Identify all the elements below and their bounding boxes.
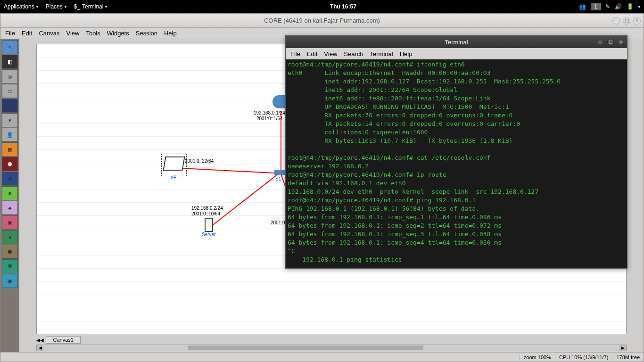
link-tool[interactable]: ▭ xyxy=(2,84,18,98)
terminal-icon: $_ xyxy=(74,3,80,10)
annotation-tool[interactable]: ▾ xyxy=(2,113,18,127)
pc-tool[interactable]: ◧ xyxy=(2,55,18,69)
laptop-icon xyxy=(163,156,185,171)
status-bar: zoom 100% CPU 10% (13/9/11/7) 178M free xyxy=(0,352,644,362)
n4-addr: 2001:0::22/64 xyxy=(185,158,214,164)
run-tool[interactable]: ▦ xyxy=(2,142,18,156)
clock[interactable]: Thu 16:57 xyxy=(107,3,579,10)
scroll-right-arrow[interactable]: ▶ xyxy=(619,345,626,351)
menu-canvas[interactable]: Canvas xyxy=(39,30,59,37)
marker-tool[interactable]: ✖ xyxy=(2,172,18,186)
link-laptop-switch[interactable] xyxy=(183,168,282,174)
term-menu-terminal[interactable]: Terminal xyxy=(370,50,393,58)
places-menu[interactable]: Places▾ xyxy=(46,3,66,10)
term-maximize-button[interactable]: ▢ xyxy=(607,39,614,45)
n4-label: n4 xyxy=(171,174,176,180)
term-menu-search[interactable]: Search xyxy=(344,50,363,58)
server-label: Server xyxy=(202,232,215,237)
status-mem: 178M free xyxy=(612,354,644,360)
terminal-titlebar[interactable]: Terminal – ▢ × xyxy=(286,36,627,48)
server-icon xyxy=(205,218,213,232)
extra-tool-5[interactable]: ⬢ xyxy=(2,245,18,259)
battery-icon[interactable]: 🔋 xyxy=(627,3,634,10)
status-zoom: zoom 100% xyxy=(520,354,555,360)
menu-file[interactable]: File xyxy=(5,30,15,37)
maximize-button[interactable]: ▢ xyxy=(623,17,630,25)
extra-tool-1[interactable]: ≡ xyxy=(2,186,18,200)
core-title-text: CORE (46419 on kali.Fajar-Purnama.com) xyxy=(264,17,380,24)
volume-icon[interactable]: 🔊 xyxy=(615,3,622,10)
gnome-top-bar: Applications▾ Places▾ $_Terminal▾ Thu 16… xyxy=(0,0,644,13)
status-cpu: CPU 10% (13/9/11/7) xyxy=(555,354,612,360)
scroll-thumb[interactable] xyxy=(188,346,423,350)
menu-help[interactable]: Help xyxy=(164,30,177,37)
accessibility-icon[interactable]: 👥 xyxy=(579,3,586,10)
minimize-button[interactable]: – xyxy=(612,17,620,25)
menu-edit[interactable]: Edit xyxy=(22,30,32,37)
scroll-left-arrow[interactable]: ◀ xyxy=(37,345,43,351)
extra-tool-3[interactable]: ▣ xyxy=(2,215,18,230)
wireless-tool[interactable]: ✦ xyxy=(2,99,18,113)
extra-tool-2[interactable]: ♣ xyxy=(2,201,18,215)
menu-tools[interactable]: Tools xyxy=(86,30,100,37)
terminal-output[interactable]: root@n4:/tmp/pycore.46419/n4.conf# ifcon… xyxy=(286,59,627,268)
term-menu-edit[interactable]: Edit xyxy=(307,50,317,58)
extra-tool-6[interactable]: ⌘ xyxy=(2,259,18,273)
hub-tool[interactable]: ◎ xyxy=(2,69,18,83)
select-tool[interactable]: ↖ xyxy=(2,40,18,54)
menu-widgets[interactable]: Widgets xyxy=(107,30,129,37)
scroll-left-icon[interactable]: ◀◀ xyxy=(36,337,44,343)
router-addr-ipv6: 2001:0::1/64 xyxy=(256,116,283,121)
terminal-taskbar[interactable]: $_Terminal▾ xyxy=(74,3,107,10)
system-menu-icon[interactable]: ▾ xyxy=(638,5,640,9)
close-button[interactable]: × xyxy=(633,17,641,25)
node-n4[interactable]: n4 2001:0::22/64 xyxy=(164,156,184,171)
term-close-button[interactable]: × xyxy=(618,39,624,45)
workspace-indicator[interactable]: 1 xyxy=(591,3,601,10)
extra-tool-7[interactable]: ◉ xyxy=(2,274,18,288)
menu-session[interactable]: Session xyxy=(136,30,157,37)
terminal-title-text: Terminal xyxy=(445,39,468,46)
term-menu-view[interactable]: View xyxy=(324,50,337,58)
tool-icon[interactable]: ✎ xyxy=(605,3,610,10)
node-server[interactable]: 192.168.0.2/24 2001:0::10/64 Server xyxy=(202,218,215,237)
server-addr-ipv6: 2001:0::10/64 xyxy=(191,211,220,216)
terminal-menubar: File Edit View Search Terminal Help xyxy=(286,48,627,59)
horizontal-scrollbar[interactable]: ◀ ▶ xyxy=(36,345,627,351)
stop-tool[interactable]: ⬣ xyxy=(2,157,18,171)
switch-label: S1 xyxy=(275,176,281,181)
router-addr-ipv4: 192.168.0.1/24 xyxy=(254,110,285,115)
term-menu-help[interactable]: Help xyxy=(400,50,413,58)
term-menu-file[interactable]: File xyxy=(290,50,300,58)
tool-palette: ↖ ◧ ◎ ▭ ✦ ▾ 👤 ▦ ⬣ ✖ ≡ ♣ ▣ ● ⬢ ⌘ ◉ xyxy=(0,39,19,352)
observer-tool[interactable]: 👤 xyxy=(2,128,18,142)
extra-tool-4[interactable]: ● xyxy=(2,230,18,244)
terminal-window: Terminal – ▢ × File Edit View Search Ter… xyxy=(285,35,627,269)
link-server-switch[interactable] xyxy=(211,171,282,227)
canvas-tab-1[interactable]: Canvas1 xyxy=(46,336,80,344)
server-addr-ipv4: 192.168.0.2/24 xyxy=(191,206,223,211)
applications-menu[interactable]: Applications▾ xyxy=(4,3,38,10)
menu-view[interactable]: View xyxy=(66,30,79,37)
term-minimize-button[interactable]: – xyxy=(597,39,603,45)
core-titlebar[interactable]: CORE (46419 on kali.Fajar-Purnama.com) –… xyxy=(0,14,644,28)
